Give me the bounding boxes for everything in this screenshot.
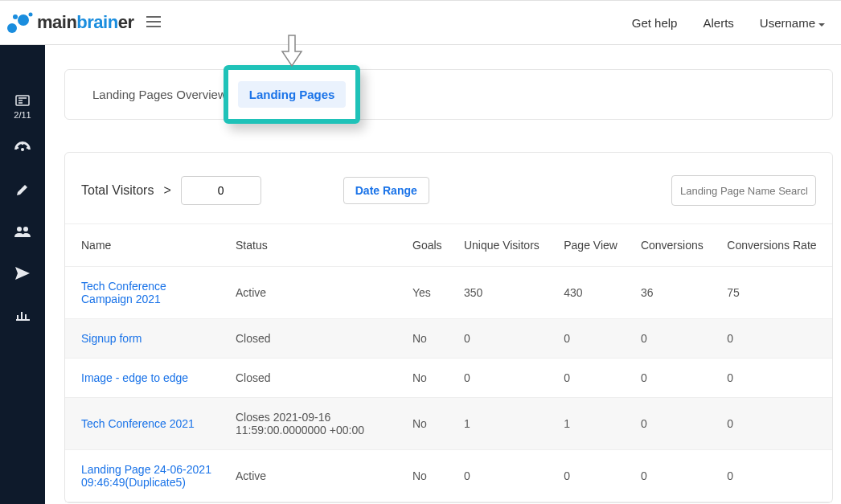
paper-plane-icon <box>14 265 31 281</box>
row-status: Active <box>226 267 403 319</box>
get-help-link[interactable]: Get help <box>632 16 678 30</box>
row-rate: 0 <box>717 319 832 359</box>
table-row: Signup formClosedNo0000 <box>65 319 832 359</box>
svg-point-0 <box>7 23 17 33</box>
row-conversions: 0 <box>631 398 717 450</box>
svg-point-2 <box>13 14 18 19</box>
row-rate: 75 <box>717 267 832 319</box>
table-row: Landing Page 24-06-2021 09:46:49(Duplica… <box>65 450 832 502</box>
header-goals[interactable]: Goals <box>403 224 454 267</box>
row-unique: 0 <box>454 319 554 359</box>
username-label: Username <box>760 16 815 30</box>
logo[interactable]: mainbrainer <box>6 11 133 34</box>
row-name-link[interactable]: Image - edge to edge <box>65 359 226 398</box>
table-row: Tech Conference 2021Closes 2021-09-16 11… <box>65 398 832 450</box>
gt-symbol: > <box>163 183 170 198</box>
search-input[interactable] <box>671 175 816 206</box>
tabs-card: Landing Pages Overview Landing Pages <box>64 69 833 120</box>
hamburger-menu-icon[interactable] <box>143 13 164 33</box>
main: Landing Pages Overview Landing Pages Tot… <box>45 45 841 504</box>
row-unique: 0 <box>454 450 554 502</box>
tab-overview[interactable]: Landing Pages Overview <box>81 81 238 108</box>
row-rate: 0 <box>717 359 832 398</box>
row-status: Closed <box>226 359 403 398</box>
row-page_view: 1 <box>554 398 631 450</box>
filters-row: Total Visitors > Date Range <box>65 175 832 223</box>
landing-pages-table: Name Status Goals Unique Visitors Page V… <box>65 223 832 502</box>
total-visitors-label: Total Visitors <box>81 183 154 198</box>
row-goals: Yes <box>403 267 454 319</box>
tab-landing-pages[interactable]: Landing Pages <box>238 81 347 108</box>
chevron-down-icon <box>818 16 825 30</box>
row-status: Active <box>226 450 403 502</box>
sidebar-analytics[interactable] <box>0 294 45 336</box>
row-goals: No <box>403 450 454 502</box>
row-conversions: 0 <box>631 359 717 398</box>
row-unique: 0 <box>454 359 554 398</box>
row-page_view: 0 <box>554 319 631 359</box>
content-card: Total Visitors > Date Range Name Status … <box>64 152 833 503</box>
header-page-view[interactable]: Page View <box>554 224 631 267</box>
row-goals: No <box>403 359 454 398</box>
svg-point-13 <box>27 147 28 149</box>
sidebar-dashboard[interactable] <box>0 127 45 169</box>
row-rate: 0 <box>717 398 832 450</box>
row-conversions: 0 <box>631 450 717 502</box>
shell: 2/11 <box>0 45 841 504</box>
sidebar-users[interactable] <box>0 211 45 252</box>
row-rate: 0 <box>717 450 832 502</box>
header-name[interactable]: Name <box>65 224 226 267</box>
header-rate[interactable]: Conversions Rate <box>717 224 832 267</box>
header-status[interactable]: Status <box>226 224 403 267</box>
svg-point-11 <box>21 148 24 151</box>
chart-icon <box>14 307 31 323</box>
row-unique: 350 <box>454 267 554 319</box>
topbar-left: mainbrainer <box>6 11 164 34</box>
row-name-link[interactable]: Landing Page 24-06-2021 09:46:49(Duplica… <box>65 450 226 502</box>
dashboard-icon <box>14 140 31 156</box>
row-status: Closed <box>226 319 403 359</box>
row-page_view: 430 <box>554 267 631 319</box>
table-header-row: Name Status Goals Unique Visitors Page V… <box>65 224 832 267</box>
visitors-input[interactable] <box>181 176 261 205</box>
svg-point-1 <box>18 14 29 26</box>
logo-text: mainbrainer <box>37 12 133 33</box>
svg-point-14 <box>22 143 23 145</box>
header-unique[interactable]: Unique Visitors <box>454 224 554 267</box>
row-conversions: 36 <box>631 267 717 319</box>
row-page_view: 0 <box>554 359 631 398</box>
row-name-link[interactable]: Signup form <box>65 319 226 359</box>
row-conversions: 0 <box>631 319 717 359</box>
topbar: mainbrainer Get help Alerts Username <box>0 0 841 45</box>
row-status: Closes 2021-09-16 11:59:00.0000000 +00:0… <box>226 398 403 450</box>
row-name-link[interactable]: Tech Conference 2021 <box>65 398 226 450</box>
row-page_view: 0 <box>554 450 631 502</box>
table-row: Image - edge to edgeClosedNo0000 <box>65 359 832 398</box>
logo-icon <box>6 11 34 34</box>
alerts-link[interactable]: Alerts <box>703 16 733 30</box>
sidebar: 2/11 <box>0 45 45 504</box>
row-name-link[interactable]: Tech Conference Campaign 2021 <box>65 267 226 319</box>
newspaper-icon <box>14 92 31 109</box>
svg-point-3 <box>29 13 33 17</box>
date-range-button[interactable]: Date Range <box>343 177 429 204</box>
username-menu[interactable]: Username <box>760 16 825 30</box>
topbar-right: Get help Alerts Username <box>632 16 825 30</box>
table-row: Tech Conference Campaign 2021ActiveYes35… <box>65 267 832 319</box>
users-icon <box>14 223 31 240</box>
svg-point-12 <box>17 147 18 149</box>
row-unique: 1 <box>454 398 554 450</box>
svg-point-16 <box>23 227 28 232</box>
sidebar-counter[interactable]: 2/11 <box>0 85 45 127</box>
row-goals: No <box>403 398 454 450</box>
sidebar-edit[interactable] <box>0 169 45 211</box>
sidebar-send[interactable] <box>0 252 45 294</box>
row-goals: No <box>403 319 454 359</box>
svg-point-15 <box>17 227 22 232</box>
pencil-icon <box>14 182 31 198</box>
header-conversions[interactable]: Conversions <box>631 224 717 267</box>
